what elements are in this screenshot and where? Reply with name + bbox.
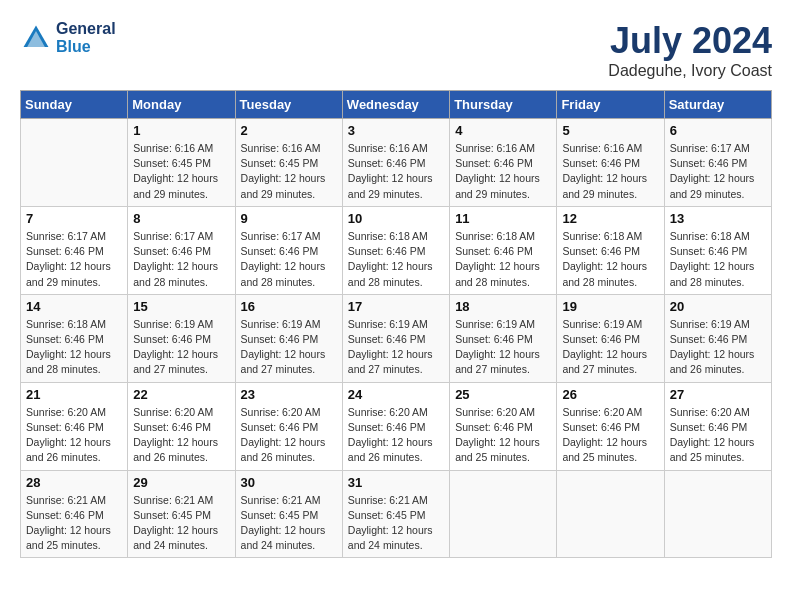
calendar-week-3: 14Sunrise: 6:18 AM Sunset: 6:46 PM Dayli… [21, 294, 772, 382]
calendar-week-2: 7Sunrise: 6:17 AM Sunset: 6:46 PM Daylig… [21, 206, 772, 294]
day-number: 21 [26, 387, 122, 402]
calendar-cell: 29Sunrise: 6:21 AM Sunset: 6:45 PM Dayli… [128, 470, 235, 558]
day-number: 28 [26, 475, 122, 490]
day-number: 10 [348, 211, 444, 226]
calendar-cell: 25Sunrise: 6:20 AM Sunset: 6:46 PM Dayli… [450, 382, 557, 470]
calendar-cell: 6Sunrise: 6:17 AM Sunset: 6:46 PM Daylig… [664, 119, 771, 207]
calendar-cell [450, 470, 557, 558]
calendar-cell: 26Sunrise: 6:20 AM Sunset: 6:46 PM Dayli… [557, 382, 664, 470]
day-info: Sunrise: 6:16 AM Sunset: 6:46 PM Dayligh… [455, 141, 551, 202]
calendar-cell: 9Sunrise: 6:17 AM Sunset: 6:46 PM Daylig… [235, 206, 342, 294]
calendar-cell: 27Sunrise: 6:20 AM Sunset: 6:46 PM Dayli… [664, 382, 771, 470]
day-info: Sunrise: 6:20 AM Sunset: 6:46 PM Dayligh… [670, 405, 766, 466]
day-number: 4 [455, 123, 551, 138]
calendar-cell: 12Sunrise: 6:18 AM Sunset: 6:46 PM Dayli… [557, 206, 664, 294]
calendar-week-5: 28Sunrise: 6:21 AM Sunset: 6:46 PM Dayli… [21, 470, 772, 558]
day-number: 27 [670, 387, 766, 402]
calendar-cell [21, 119, 128, 207]
day-number: 13 [670, 211, 766, 226]
day-number: 29 [133, 475, 229, 490]
day-info: Sunrise: 6:18 AM Sunset: 6:46 PM Dayligh… [26, 317, 122, 378]
day-number: 23 [241, 387, 337, 402]
day-info: Sunrise: 6:20 AM Sunset: 6:46 PM Dayligh… [455, 405, 551, 466]
day-number: 9 [241, 211, 337, 226]
month-title: July 2024 [608, 20, 772, 62]
day-info: Sunrise: 6:19 AM Sunset: 6:46 PM Dayligh… [348, 317, 444, 378]
calendar-week-1: 1Sunrise: 6:16 AM Sunset: 6:45 PM Daylig… [21, 119, 772, 207]
calendar-cell: 2Sunrise: 6:16 AM Sunset: 6:45 PM Daylig… [235, 119, 342, 207]
header-wednesday: Wednesday [342, 91, 449, 119]
day-info: Sunrise: 6:20 AM Sunset: 6:46 PM Dayligh… [562, 405, 658, 466]
day-info: Sunrise: 6:17 AM Sunset: 6:46 PM Dayligh… [133, 229, 229, 290]
header-tuesday: Tuesday [235, 91, 342, 119]
calendar-cell: 10Sunrise: 6:18 AM Sunset: 6:46 PM Dayli… [342, 206, 449, 294]
day-info: Sunrise: 6:18 AM Sunset: 6:46 PM Dayligh… [348, 229, 444, 290]
logo-icon [20, 22, 52, 54]
calendar-cell: 17Sunrise: 6:19 AM Sunset: 6:46 PM Dayli… [342, 294, 449, 382]
calendar-cell: 14Sunrise: 6:18 AM Sunset: 6:46 PM Dayli… [21, 294, 128, 382]
day-number: 16 [241, 299, 337, 314]
header-monday: Monday [128, 91, 235, 119]
day-number: 30 [241, 475, 337, 490]
day-number: 3 [348, 123, 444, 138]
calendar-header-row: SundayMondayTuesdayWednesdayThursdayFrid… [21, 91, 772, 119]
day-info: Sunrise: 6:17 AM Sunset: 6:46 PM Dayligh… [670, 141, 766, 202]
day-number: 5 [562, 123, 658, 138]
calendar-cell: 22Sunrise: 6:20 AM Sunset: 6:46 PM Dayli… [128, 382, 235, 470]
day-info: Sunrise: 6:16 AM Sunset: 6:45 PM Dayligh… [241, 141, 337, 202]
day-info: Sunrise: 6:17 AM Sunset: 6:46 PM Dayligh… [241, 229, 337, 290]
day-info: Sunrise: 6:18 AM Sunset: 6:46 PM Dayligh… [455, 229, 551, 290]
calendar-cell: 1Sunrise: 6:16 AM Sunset: 6:45 PM Daylig… [128, 119, 235, 207]
day-info: Sunrise: 6:17 AM Sunset: 6:46 PM Dayligh… [26, 229, 122, 290]
calendar-week-4: 21Sunrise: 6:20 AM Sunset: 6:46 PM Dayli… [21, 382, 772, 470]
day-number: 26 [562, 387, 658, 402]
calendar-cell: 23Sunrise: 6:20 AM Sunset: 6:46 PM Dayli… [235, 382, 342, 470]
day-number: 31 [348, 475, 444, 490]
day-info: Sunrise: 6:21 AM Sunset: 6:45 PM Dayligh… [348, 493, 444, 554]
day-number: 8 [133, 211, 229, 226]
header-sunday: Sunday [21, 91, 128, 119]
calendar-cell: 30Sunrise: 6:21 AM Sunset: 6:45 PM Dayli… [235, 470, 342, 558]
day-info: Sunrise: 6:19 AM Sunset: 6:46 PM Dayligh… [455, 317, 551, 378]
day-number: 6 [670, 123, 766, 138]
calendar-cell: 20Sunrise: 6:19 AM Sunset: 6:46 PM Dayli… [664, 294, 771, 382]
day-number: 17 [348, 299, 444, 314]
logo: General Blue [20, 20, 116, 56]
day-info: Sunrise: 6:21 AM Sunset: 6:45 PM Dayligh… [133, 493, 229, 554]
day-number: 2 [241, 123, 337, 138]
header-friday: Friday [557, 91, 664, 119]
calendar-cell: 28Sunrise: 6:21 AM Sunset: 6:46 PM Dayli… [21, 470, 128, 558]
day-info: Sunrise: 6:16 AM Sunset: 6:46 PM Dayligh… [348, 141, 444, 202]
day-number: 25 [455, 387, 551, 402]
day-info: Sunrise: 6:18 AM Sunset: 6:46 PM Dayligh… [562, 229, 658, 290]
day-number: 7 [26, 211, 122, 226]
calendar-cell: 13Sunrise: 6:18 AM Sunset: 6:46 PM Dayli… [664, 206, 771, 294]
day-info: Sunrise: 6:16 AM Sunset: 6:46 PM Dayligh… [562, 141, 658, 202]
day-info: Sunrise: 6:19 AM Sunset: 6:46 PM Dayligh… [241, 317, 337, 378]
day-info: Sunrise: 6:20 AM Sunset: 6:46 PM Dayligh… [348, 405, 444, 466]
calendar-cell: 8Sunrise: 6:17 AM Sunset: 6:46 PM Daylig… [128, 206, 235, 294]
calendar-cell: 11Sunrise: 6:18 AM Sunset: 6:46 PM Dayli… [450, 206, 557, 294]
day-info: Sunrise: 6:21 AM Sunset: 6:46 PM Dayligh… [26, 493, 122, 554]
calendar-cell: 5Sunrise: 6:16 AM Sunset: 6:46 PM Daylig… [557, 119, 664, 207]
location-subtitle: Dadeguhe, Ivory Coast [608, 62, 772, 80]
calendar-cell: 19Sunrise: 6:19 AM Sunset: 6:46 PM Dayli… [557, 294, 664, 382]
calendar-table: SundayMondayTuesdayWednesdayThursdayFrid… [20, 90, 772, 558]
calendar-cell: 21Sunrise: 6:20 AM Sunset: 6:46 PM Dayli… [21, 382, 128, 470]
calendar-cell [664, 470, 771, 558]
day-number: 20 [670, 299, 766, 314]
day-info: Sunrise: 6:19 AM Sunset: 6:46 PM Dayligh… [562, 317, 658, 378]
calendar-cell: 18Sunrise: 6:19 AM Sunset: 6:46 PM Dayli… [450, 294, 557, 382]
day-number: 24 [348, 387, 444, 402]
day-number: 15 [133, 299, 229, 314]
day-info: Sunrise: 6:20 AM Sunset: 6:46 PM Dayligh… [26, 405, 122, 466]
calendar-cell: 24Sunrise: 6:20 AM Sunset: 6:46 PM Dayli… [342, 382, 449, 470]
day-info: Sunrise: 6:21 AM Sunset: 6:45 PM Dayligh… [241, 493, 337, 554]
header-saturday: Saturday [664, 91, 771, 119]
day-info: Sunrise: 6:18 AM Sunset: 6:46 PM Dayligh… [670, 229, 766, 290]
day-info: Sunrise: 6:19 AM Sunset: 6:46 PM Dayligh… [133, 317, 229, 378]
logo-text: General Blue [56, 20, 116, 56]
day-info: Sunrise: 6:19 AM Sunset: 6:46 PM Dayligh… [670, 317, 766, 378]
day-number: 11 [455, 211, 551, 226]
header-thursday: Thursday [450, 91, 557, 119]
